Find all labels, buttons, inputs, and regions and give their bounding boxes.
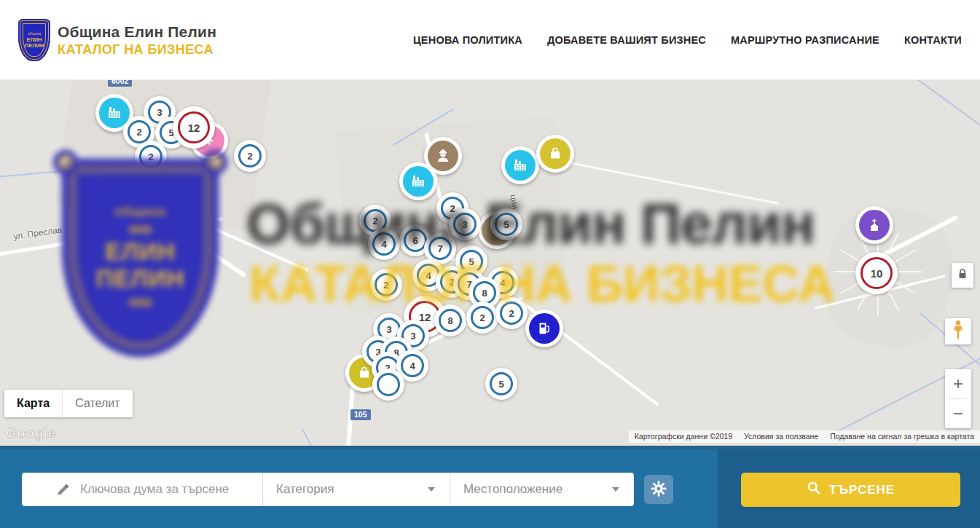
cluster-count: 2	[139, 145, 162, 168]
cluster-count: 5	[490, 372, 513, 395]
map-lock-button[interactable]	[952, 263, 973, 288]
map-type-satellite-button[interactable]: Сателит	[62, 390, 132, 417]
header: община ЕЛИН ПЕЛИН Община Елин Пелин КАТА…	[0, 0, 980, 80]
zoom-in-button[interactable]: +	[945, 369, 971, 398]
map-canvas[interactable]: ул. Преславбул. „Новоселции6002105	[0, 80, 980, 446]
nav-pricing[interactable]: ЦЕНОВА ПОЛИТИКА	[413, 34, 522, 46]
map-cluster[interactable]: 5	[485, 368, 517, 400]
map-pin-factory[interactable]	[501, 146, 539, 184]
cluster-count: 7	[428, 237, 452, 260]
crest-top-text: община	[28, 31, 41, 36]
map-cluster[interactable]	[372, 369, 404, 401]
map-river	[909, 80, 980, 142]
factory-icon	[403, 166, 434, 197]
map-cluster[interactable]: 2	[495, 297, 528, 329]
category-select[interactable]: Категория	[262, 473, 450, 506]
location-select[interactable]: Местоположение	[450, 473, 634, 506]
cluster-count: 12	[178, 111, 210, 143]
nav-contacts[interactable]: КОНТАКТИ	[904, 34, 962, 46]
watermark-crest-line2: ПЕЛИН	[96, 265, 184, 292]
watermark-crest-line1: ЕЛИН	[105, 238, 176, 265]
pencil-icon	[55, 482, 71, 497]
search-button[interactable]: ТЪРСЕНЕ	[741, 473, 960, 507]
pin-body	[525, 310, 563, 347]
cluster-count: 10	[861, 257, 893, 289]
caret-down-icon	[428, 487, 435, 492]
map-cluster[interactable]: 3	[449, 208, 481, 240]
search-form: Категория Местоположение	[22, 473, 634, 506]
road-number-badge: 6002	[108, 80, 132, 87]
cluster-count: 2	[500, 302, 523, 325]
attribution-terms-link[interactable]: Условия за ползване	[744, 432, 818, 441]
map-pin-church[interactable]	[855, 206, 893, 244]
map-type-control: Карта Сателит	[4, 390, 133, 417]
crest-flourish: ∞	[128, 292, 152, 311]
site-subtitle: КАТАЛОГ НА БИЗНЕСА	[58, 42, 216, 58]
map-type-map-button[interactable]: Карта	[4, 390, 62, 417]
pin-body	[855, 206, 893, 244]
map-pin-fuel-pump[interactable]	[525, 310, 563, 347]
zoom-out-button[interactable]: −	[945, 399, 971, 428]
factory-icon	[505, 150, 536, 181]
google-logo[interactable]: Google	[6, 425, 55, 441]
cluster-count: 2	[471, 306, 494, 329]
map-cluster[interactable]: 4	[368, 228, 400, 260]
nav-add-business[interactable]: ДОБАВЕТЕ ВАШИЯТ БИЗНЕС	[547, 34, 706, 46]
cluster-count: 2	[375, 273, 398, 296]
logo-text: Община Елин Пелин КАТАЛОГ НА БИЗНЕСА	[58, 23, 216, 58]
site-logo[interactable]: община ЕЛИН ПЕЛИН Община Елин Пелин КАТА…	[18, 19, 216, 61]
cluster-count: 4	[401, 354, 424, 377]
cluster-count: 5	[495, 213, 518, 236]
pin-body	[536, 135, 574, 173]
map-cluster[interactable]: 2	[466, 302, 498, 334]
pin-body	[399, 162, 437, 200]
gear-icon	[650, 480, 667, 500]
search-icon	[807, 481, 821, 499]
map-road	[543, 157, 780, 205]
cluster-count: 3	[453, 213, 477, 236]
nav-route-schedule[interactable]: МАРШРУТНО РАЗПИСАНИЕ	[731, 34, 879, 46]
pegman-control[interactable]	[945, 318, 971, 344]
main-nav: ЦЕНОВА ПОЛИТИКА ДОБАВЕТЕ ВАШИЯТ БИЗНЕС М…	[413, 0, 962, 80]
search-bar: Категория Местоположение ТЪРСЕНЕ	[0, 446, 980, 528]
zoom-control: + −	[945, 369, 971, 428]
search-button-label: ТЪРСЕНЕ	[829, 483, 895, 497]
map-pin-shopping-bag[interactable]	[536, 135, 574, 173]
map-cluster[interactable]: 8	[434, 304, 466, 336]
map-cluster[interactable]: 2	[234, 140, 266, 172]
street-label: ул. Преслав	[12, 224, 63, 241]
cluster-count: 2	[238, 144, 262, 168]
map-cluster[interactable]: 2	[135, 141, 167, 173]
map-cluster[interactable]: 5	[490, 208, 522, 240]
advanced-search-button[interactable]	[644, 475, 673, 504]
keyword-field[interactable]	[22, 473, 262, 506]
lock-icon	[957, 268, 968, 283]
fuel-pump-icon	[529, 313, 560, 344]
caret-down-icon	[612, 487, 619, 492]
pegman-icon	[952, 320, 965, 343]
site-title: Община Елин Пелин	[58, 23, 216, 41]
category-select-label: Категория	[276, 482, 428, 497]
attribution-copyright: Картографски данни ©2019	[635, 432, 732, 441]
shopping-bag-icon	[540, 138, 571, 169]
map-attribution: Картографски данни ©2019 Условия за полз…	[629, 430, 980, 443]
pin-body	[501, 146, 539, 184]
map-cluster[interactable]: 12	[173, 106, 215, 149]
municipality-crest-icon: община ЕЛИН ПЕЛИН	[18, 19, 50, 61]
church-icon	[859, 210, 890, 240]
map-cluster[interactable]: 2	[370, 269, 402, 301]
keyword-input[interactable]	[80, 482, 256, 497]
crest-name-line2: ПЕЛИН	[25, 43, 44, 49]
cluster-count: 4	[372, 232, 396, 256]
map-pin-factory[interactable]	[399, 162, 437, 200]
cluster-count: 8	[473, 281, 496, 304]
cluster-count: 2	[128, 120, 151, 143]
cluster-count: 8	[439, 309, 462, 332]
location-select-label: Местоположение	[463, 482, 612, 497]
cluster-count	[377, 373, 400, 396]
attribution-report-link[interactable]: Подаване на сигнал за грешка в картата	[830, 432, 974, 441]
map-cluster[interactable]: 10	[855, 252, 898, 294]
road-number-badge: 105	[350, 409, 371, 420]
map-river	[302, 428, 335, 446]
